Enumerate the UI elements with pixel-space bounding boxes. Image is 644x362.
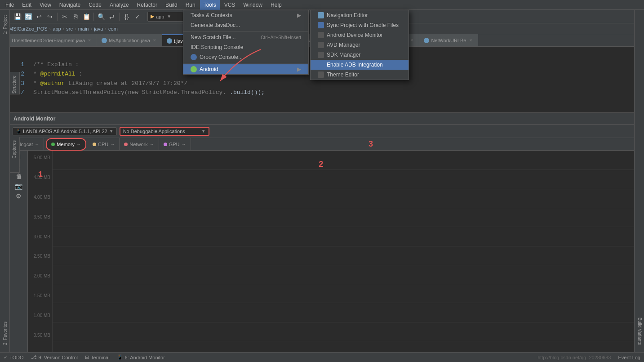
toolbar-cut-btn[interactable]: ✂ bbox=[60, 12, 70, 22]
app-dropdown-arrow: ▼ bbox=[201, 129, 206, 134]
submenu-avd-manager[interactable]: AVD Manager bbox=[311, 40, 409, 50]
tab-close-myapp[interactable]: × bbox=[152, 37, 157, 43]
code-line-4: // StrictMode.setThreadPolicy(new Strict… bbox=[15, 88, 629, 98]
captures-tab[interactable]: Captures bbox=[10, 137, 20, 173]
breadcrumb-main[interactable]: main bbox=[78, 26, 89, 31]
toolbar-copy-btn[interactable]: ⎘ bbox=[71, 12, 80, 22]
toolbar-paste-btn[interactable]: 📋 bbox=[81, 12, 91, 22]
toolbar-structure-btn[interactable]: {} bbox=[122, 12, 132, 22]
sidebar-tab-favorites[interactable]: 2: Favorites bbox=[0, 316, 10, 350]
status-todo[interactable]: ✓ TODO bbox=[4, 354, 24, 360]
device-dropdown[interactable]: 📱 LANDI APOS A8 Android 5.1.1, API 22 ▼ bbox=[13, 127, 117, 135]
breadcrumb-app[interactable]: app bbox=[53, 26, 61, 31]
app-dropdown[interactable]: No Debuggable Applications ▼ bbox=[120, 127, 209, 136]
memory-tab-label: Memory bbox=[57, 142, 75, 147]
groovy-icon bbox=[191, 54, 197, 60]
far-left-tabs: 1: Project 2: Favorites bbox=[0, 10, 10, 352]
sidebar-tab-project[interactable]: 1: Project bbox=[0, 10, 10, 40]
menu-new-scratch[interactable]: New Scratch File... Ctrl+Alt+Shift+Inser… bbox=[183, 32, 308, 42]
tab-networkurl[interactable]: NetWorkURLBe × bbox=[419, 34, 478, 47]
breadcrumb-java[interactable]: java bbox=[94, 26, 103, 31]
chart-btn5[interactable]: ⚙ bbox=[15, 192, 23, 200]
sync-icon bbox=[318, 22, 324, 28]
tasks-arrow: ▶ bbox=[297, 12, 301, 18]
menu-edit[interactable]: Edit bbox=[18, 0, 35, 10]
toolbar-sync-btn[interactable]: 🔄 bbox=[23, 12, 33, 22]
monitor-tab-gpu[interactable]: GPU → bbox=[159, 138, 191, 151]
android-arrow: ▶ bbox=[297, 66, 301, 72]
tab-unsettlement[interactable]: UnsettlementOrderFragment.java × bbox=[0, 34, 97, 47]
menu-tasks-contexts[interactable]: Tasks & Contexts ▶ bbox=[183, 10, 308, 20]
device-monitor-icon bbox=[318, 32, 324, 38]
monitor-header: Android Monitor bbox=[10, 113, 644, 125]
monitor-tab-network[interactable]: Network → bbox=[120, 138, 159, 151]
menu-navigate[interactable]: Navigate bbox=[56, 0, 84, 10]
monitor-title: Android Monitor bbox=[13, 116, 55, 122]
status-event-log[interactable]: Event Log bbox=[618, 355, 640, 360]
menu-analyze[interactable]: Analyze bbox=[106, 0, 133, 10]
menu-run[interactable]: Run bbox=[182, 0, 199, 10]
menu-build[interactable]: Build bbox=[162, 0, 181, 10]
toolbar-save-btn[interactable]: 💾 bbox=[13, 12, 22, 22]
menu-android[interactable]: Android ▶ bbox=[183, 64, 308, 74]
submenu-theme-editor[interactable]: Theme Editor bbox=[311, 70, 409, 80]
tab-myapplication[interactable]: MyApplication.java × bbox=[97, 34, 162, 47]
chart-btn4[interactable]: 📷 bbox=[15, 182, 23, 190]
memory-icon bbox=[51, 143, 55, 146]
structure-tab[interactable]: Structure bbox=[10, 72, 20, 94]
menu-ide-scripting[interactable]: IDE Scripting Console bbox=[183, 42, 308, 52]
toolbar-redo-btn[interactable]: ↪ bbox=[45, 12, 55, 22]
tab-close-network[interactable]: × bbox=[468, 37, 473, 43]
sdk-icon bbox=[318, 52, 324, 58]
breadcrumb-src[interactable]: src bbox=[66, 26, 73, 31]
menu-vcs[interactable]: VCS bbox=[221, 0, 239, 10]
menu-refactor[interactable]: Refactor bbox=[133, 0, 161, 10]
status-android-monitor[interactable]: 📱 6: Android Monitor bbox=[117, 354, 165, 360]
tab-icon-t bbox=[167, 38, 172, 44]
network-icon bbox=[124, 143, 128, 146]
chart-canvas: 2 bbox=[53, 151, 644, 362]
menu-view[interactable]: View bbox=[36, 0, 55, 10]
status-url: http://blog.csdn.net/qq_20280683 bbox=[537, 355, 611, 360]
monitor-tab-cpu[interactable]: CPU → bbox=[88, 138, 120, 151]
breadcrumb-com[interactable]: com bbox=[108, 26, 118, 31]
chart-main: 5.00 MB 4.50 MB 4.00 MB 3.50 MB 3.00 MB … bbox=[28, 151, 644, 362]
status-version-control[interactable]: ⎇ 9: Version Control bbox=[31, 354, 78, 360]
monitor-tab-memory[interactable]: Memory → bbox=[46, 138, 86, 151]
cpu-icon bbox=[93, 143, 96, 146]
status-bar: ✓ TODO ⎇ 9: Version Control ⊞ Terminal 📱… bbox=[0, 352, 644, 362]
submenu-android-device-monitor[interactable]: Android Device Monitor bbox=[311, 30, 409, 40]
tab-icon-myapp bbox=[102, 38, 107, 43]
tab-close-main[interactable]: × bbox=[409, 37, 415, 43]
tab-close-unsettlement[interactable]: × bbox=[87, 37, 92, 43]
toolbar-check-btn[interactable]: ✓ bbox=[133, 12, 142, 22]
device-dropdown-arrow: ▼ bbox=[109, 129, 114, 134]
submenu-nav-editor[interactable]: Navigation Editor bbox=[311, 10, 409, 20]
toolbar-search-btn[interactable]: 🔍 bbox=[96, 12, 106, 22]
chart-area: ⏸ ⬇ 🗑 📷 ⚙ 5.00 MB 4.50 MB 4.00 MB 3.50 M… bbox=[10, 151, 644, 362]
submenu-sync-gradle[interactable]: Sync Project with Gradle Files bbox=[311, 20, 409, 30]
submenu-sdk-manager[interactable]: SDK Manager bbox=[311, 50, 409, 60]
toolbar-replace-btn[interactable]: ⇄ bbox=[107, 12, 117, 22]
menu-bar: File Edit View Navigate Code Analyze Ref… bbox=[0, 0, 644, 10]
menu-help[interactable]: Help bbox=[267, 0, 285, 10]
menu-generate-javadoc[interactable]: Generate JavaDoc... bbox=[183, 20, 308, 30]
toolbar-undo-btn[interactable]: ↩ bbox=[34, 12, 44, 22]
nav-editor-icon bbox=[318, 12, 324, 18]
chart-y-axis: 5.00 MB 4.50 MB 4.00 MB 3.50 MB 3.00 MB … bbox=[28, 151, 53, 362]
menu-code[interactable]: Code bbox=[85, 0, 105, 10]
tab-icon-network bbox=[424, 38, 429, 43]
menu-groovy-console[interactable]: Groovy Console... bbox=[183, 52, 308, 62]
right-tab-build-variants[interactable]: Build Variants bbox=[635, 310, 644, 352]
adb-icon bbox=[318, 62, 324, 68]
status-terminal[interactable]: ⊞ Terminal bbox=[85, 354, 110, 360]
chart-btn3[interactable]: 🗑 bbox=[15, 172, 23, 180]
menu-window[interactable]: Window bbox=[240, 0, 266, 10]
app-dropdown-label: No Debuggable Applications bbox=[123, 129, 185, 134]
menu-tools[interactable]: Tools bbox=[200, 0, 220, 10]
run-config-dropdown[interactable]: ▶ app ▼ bbox=[147, 12, 183, 22]
avd-icon bbox=[318, 42, 324, 48]
submenu-enable-adb[interactable]: Enable ADB Integration bbox=[311, 60, 409, 70]
menu-file[interactable]: File bbox=[2, 0, 18, 10]
code-line-3: 3 * @author LiXaing create at 2017/9/7 1… bbox=[15, 79, 629, 89]
